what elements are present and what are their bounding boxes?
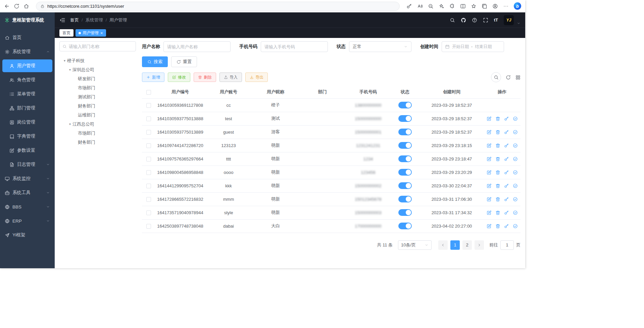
github-icon[interactable] — [461, 17, 466, 23]
tree-node[interactable]: ▾深圳总公司 — [59, 65, 136, 74]
reset-password-icon[interactable] — [504, 143, 509, 148]
page-size-select[interactable]: 10条/页 — [398, 240, 432, 250]
delete-user-icon[interactable] — [495, 197, 500, 202]
assign-role-icon[interactable] — [513, 116, 518, 121]
chevron-down-icon[interactable] — [517, 21, 521, 25]
tree-node[interactable]: ▾橙子科技 — [59, 56, 136, 65]
status-toggle[interactable] — [398, 102, 412, 108]
font-size-icon[interactable]: tT — [494, 17, 498, 23]
toggle-search-button[interactable] — [491, 72, 501, 82]
tree-node[interactable]: 研发部门 — [59, 74, 136, 83]
bing-icon[interactable]: b — [514, 2, 521, 10]
delete-user-icon[interactable] — [495, 116, 500, 121]
column-settings-icon[interactable] — [515, 75, 521, 80]
row-checkbox[interactable] — [146, 210, 151, 215]
reset-password-icon[interactable] — [504, 183, 509, 188]
key-icon[interactable] — [406, 3, 412, 9]
status-toggle[interactable] — [398, 129, 412, 135]
assign-role-icon[interactable] — [513, 183, 518, 188]
reset-password-icon[interactable] — [504, 116, 509, 121]
goto-page-input[interactable] — [500, 240, 514, 250]
page-button-2[interactable]: 2 — [462, 240, 472, 250]
reset-password-icon[interactable] — [504, 170, 509, 175]
sidebar-item-post-management[interactable]: 岗位管理 — [0, 115, 55, 129]
assign-role-icon[interactable] — [513, 224, 518, 229]
delete-user-icon[interactable] — [495, 130, 500, 135]
tree-node[interactable]: ▾江西总公司 — [59, 120, 136, 129]
edit-user-icon[interactable] — [487, 156, 492, 161]
user-avatar[interactable]: YJ — [504, 15, 514, 25]
browser-home-icon[interactable] — [23, 3, 29, 9]
tree-node[interactable]: 测试部门 — [59, 92, 136, 101]
status-toggle[interactable] — [398, 115, 412, 122]
sidebar-item-erp[interactable]: ERP — [0, 214, 55, 228]
assign-role-icon[interactable] — [513, 197, 518, 202]
tree-node[interactable]: 财务部门 — [59, 138, 136, 147]
delete-user-icon[interactable] — [495, 143, 500, 148]
edit-user-icon[interactable] — [487, 183, 492, 188]
favorites-add-icon[interactable] — [439, 3, 444, 9]
assign-role-icon[interactable] — [513, 143, 518, 148]
tree-node[interactable]: 市场部门 — [59, 129, 136, 138]
reset-password-icon[interactable] — [504, 224, 509, 229]
column-header[interactable]: 用户编号 — [155, 86, 205, 98]
reset-password-icon[interactable] — [504, 210, 509, 215]
row-checkbox[interactable] — [146, 103, 151, 108]
username-input[interactable] — [163, 41, 231, 52]
sidebar-item-system-monitor[interactable]: 系统监控 — [0, 172, 55, 186]
status-toggle[interactable] — [398, 209, 412, 216]
sidebar-item-dict-management[interactable]: 字典管理 — [0, 129, 55, 143]
edit-user-icon[interactable] — [487, 116, 492, 121]
sidebar-item-param-settings[interactable]: 参数设置 — [0, 143, 55, 157]
reset-password-icon[interactable] — [504, 130, 509, 135]
import-button[interactable]: 导入 — [219, 73, 242, 82]
question-icon[interactable] — [472, 17, 477, 23]
reset-password-icon[interactable] — [504, 156, 509, 161]
delete-user-icon[interactable] — [495, 183, 500, 188]
row-checkbox[interactable] — [146, 143, 151, 148]
edit-user-icon[interactable] — [487, 210, 492, 215]
assign-role-icon[interactable] — [513, 130, 518, 135]
row-checkbox[interactable] — [146, 224, 151, 229]
date-range-picker[interactable]: 开始日期 - 结束日期 — [442, 41, 504, 52]
column-header[interactable]: 部门 — [299, 86, 346, 98]
row-checkbox[interactable] — [146, 197, 151, 202]
edit-user-icon[interactable] — [487, 197, 492, 202]
row-checkbox[interactable] — [146, 130, 151, 135]
breadcrumb-home[interactable]: 首页 — [70, 17, 79, 23]
close-tab-icon[interactable]: × — [100, 31, 103, 35]
add-button[interactable]: 新增 — [142, 73, 164, 82]
phone-input[interactable] — [261, 41, 328, 52]
sidebar-item-system-management[interactable]: 系统管理 — [0, 45, 55, 59]
edit-user-icon[interactable] — [487, 143, 492, 148]
delete-user-icon[interactable] — [495, 170, 500, 175]
collapse-menu-icon[interactable] — [59, 17, 65, 23]
sidebar-item-bbs[interactable]: BBS — [0, 200, 55, 214]
assign-role-icon[interactable] — [513, 170, 518, 175]
dept-search-input[interactable] — [69, 44, 133, 49]
reset-button[interactable]: 重置 — [171, 56, 197, 67]
status-toggle[interactable] — [398, 223, 412, 229]
tab-home[interactable]: 首页 — [59, 29, 73, 37]
page-button-1[interactable]: 1 — [450, 240, 460, 250]
sidebar-item-log-management[interactable]: 日志管理 — [0, 157, 55, 172]
edit-user-icon[interactable] — [487, 170, 492, 175]
favorites-icon[interactable] — [471, 3, 477, 9]
sidebar-item-yi-framework[interactable]: Yi框架 — [0, 228, 55, 242]
column-header[interactable]: 操作 — [484, 86, 521, 98]
sidebar-item-dept-management[interactable]: 部门管理 — [0, 101, 55, 115]
assign-role-icon[interactable] — [513, 210, 518, 215]
search-icon[interactable] — [450, 17, 455, 23]
row-checkbox[interactable] — [146, 184, 151, 188]
delete-user-icon[interactable] — [495, 156, 500, 161]
reset-password-icon[interactable] — [504, 197, 509, 202]
row-checkbox[interactable] — [146, 170, 151, 175]
edit-user-icon[interactable] — [487, 224, 492, 229]
delete-user-icon[interactable] — [495, 210, 500, 215]
row-checkbox[interactable] — [146, 157, 151, 161]
status-select[interactable]: 正常 — [349, 41, 411, 52]
status-toggle[interactable] — [398, 155, 412, 162]
status-toggle[interactable] — [398, 196, 412, 202]
read-aloud-icon[interactable] — [417, 3, 423, 9]
breadcrumb-system[interactable]: 系统管理 — [86, 17, 103, 23]
